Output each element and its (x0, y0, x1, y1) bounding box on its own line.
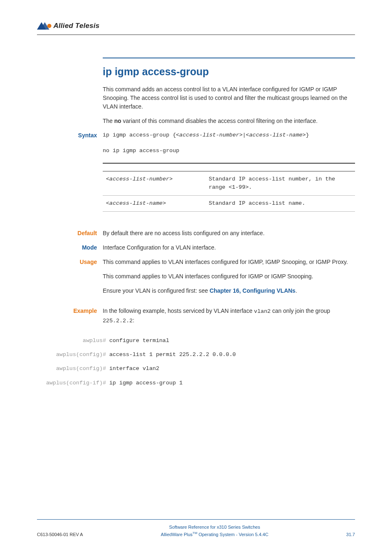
cmd-text: ip igmp access-group 1 (109, 379, 355, 387)
syntax-line-2: no ip igmp access-group (103, 147, 355, 155)
cmd-text: interface vlan2 (109, 365, 355, 373)
syntax-text: ip igmp access-group {< (103, 132, 179, 138)
usage-p3: Ensure your VLAN is configured first: se… (103, 287, 355, 295)
usage-p3-post: . (295, 287, 297, 294)
default-row: Default By default there are no access l… (103, 229, 355, 238)
param-row: <access-list-number> Standard IP access-… (103, 171, 355, 196)
cmd-text: configure terminal (109, 337, 355, 345)
main-content: ip igmp access-group This command adds a… (103, 58, 355, 387)
syntax-row: Syntax ip igmp access-group {<access-lis… (103, 131, 355, 223)
brand-name: Allied Telesis (53, 21, 99, 31)
logo-mark-icon (37, 22, 52, 30)
usage-row: Usage This command applies to VLAN inter… (103, 258, 355, 301)
example-cmd-row: awplus(config)# interface vlan2 (103, 365, 355, 373)
syntax-label: Syntax (37, 131, 103, 223)
footer-docid: C613-50046-01 REV A (37, 531, 83, 538)
syntax-param: access-list-number (179, 132, 239, 138)
footer-os-b: Operating System - Version 5.4.4C (197, 532, 268, 537)
header-divider (37, 35, 355, 35)
syntax-text: >} (302, 132, 309, 138)
syntax-line-1: ip igmp access-group {<access-list-numbe… (103, 131, 355, 139)
usage-p1: This command applies to VLAN interfaces … (103, 258, 355, 266)
footer-os-tm: TM (193, 531, 198, 535)
no-variant-pre: The (103, 118, 114, 124)
example-commands: awplus# configure terminal awplus(config… (103, 337, 355, 387)
default-text: By default there are no access lists con… (103, 229, 355, 238)
param-name: <access-list-name> (103, 196, 209, 212)
section-divider (103, 58, 355, 58)
footer-os: AlliedWare PlusTM Operating System - Ver… (161, 532, 268, 537)
example-cmd-row: awplus(config)# access-list 1 permit 225… (103, 351, 355, 359)
example-cmd-row: awplus(config-if)# ip igmp access-group … (103, 379, 355, 387)
param-desc: Standard IP access-list name. (209, 196, 355, 212)
cmd-text: access-list 1 permit 225.2.2.2 0.0.0.0 (109, 351, 355, 359)
footer-divider (37, 519, 355, 520)
usage-block: This command applies to VLAN interfaces … (103, 258, 355, 301)
intro-paragraph: This command adds an access control list… (103, 85, 355, 111)
param-name: <access-list-number> (103, 171, 209, 196)
cmd-prompt: awplus(config-if)# (37, 379, 109, 387)
page-footer: C613-50046-01 REV A Software Reference f… (37, 519, 355, 538)
no-variant-bold: no (114, 118, 121, 124)
mode-label: Mode (37, 243, 103, 252)
param-row: <access-list-name> Standard IP access-li… (103, 196, 355, 212)
chapter-link[interactable]: Chapter 16, Configuring VLANs (210, 287, 295, 294)
mode-text: Interface Configuration for a VLAN inter… (103, 243, 355, 252)
footer-center: Software Reference for x310 Series Switc… (83, 524, 346, 538)
param-desc: Standard IP access-list number, in the r… (209, 171, 355, 196)
no-variant-post: variant of this command disables the acc… (121, 118, 318, 124)
command-title: ip igmp access-group (103, 64, 355, 80)
syntax-param: access-list-name (249, 132, 302, 138)
syntax-text: >|< (239, 132, 249, 138)
example-row: Example In the following example, hosts … (103, 307, 355, 331)
syntax-block: ip igmp access-group {<access-list-numbe… (103, 131, 355, 223)
usage-p2: This command applies to VLAN interfaces … (103, 272, 355, 281)
example-intro-code1: vlan2 (254, 308, 271, 314)
footer-pagenum: 31.7 (346, 531, 355, 538)
example-block: In the following example, hosts serviced… (103, 307, 355, 331)
brand-logo: Allied Telesis (37, 21, 355, 31)
usage-p3-pre: Ensure your VLAN is configured first: se… (103, 287, 210, 294)
footer-os-a: AlliedWare Plus (161, 532, 192, 537)
usage-label: Usage (37, 258, 103, 301)
svg-point-2 (47, 24, 51, 28)
no-variant-paragraph: The no variant of this command disables … (103, 117, 355, 125)
param-table: <access-list-number> Standard IP access-… (103, 163, 355, 212)
cmd-prompt: awplus(config)# (37, 351, 109, 359)
footer-row: C613-50046-01 REV A Software Reference f… (37, 524, 355, 538)
example-intro-code2: 225.2.2.2 (103, 318, 133, 324)
example-label: Example (37, 307, 103, 331)
example-intro-b: can only join the group (271, 308, 330, 314)
example-cmd-row: awplus# configure terminal (103, 337, 355, 345)
example-intro-c: : (133, 317, 134, 324)
example-intro-a: In the following example, hosts serviced… (103, 308, 254, 314)
cmd-prompt: awplus# (37, 337, 109, 345)
example-intro: In the following example, hosts serviced… (103, 307, 355, 325)
footer-title: Software Reference for x310 Series Switc… (83, 524, 346, 531)
cmd-prompt: awplus(config)# (37, 365, 109, 373)
mode-row: Mode Interface Configuration for a VLAN … (103, 243, 355, 252)
default-label: Default (37, 229, 103, 238)
